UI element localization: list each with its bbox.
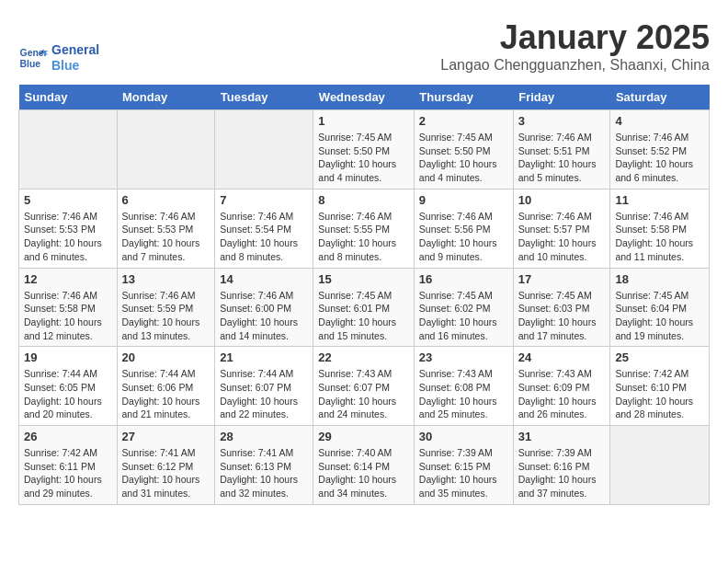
day-info: Sunrise: 7:46 AMSunset: 5:58 PMDaylight:… [615, 210, 704, 264]
day-info: Sunrise: 7:46 AMSunset: 6:00 PMDaylight:… [220, 289, 308, 343]
weekday-wednesday: Wednesday [313, 85, 415, 110]
calendar-cell: 18Sunrise: 7:45 AMSunset: 6:04 PMDayligh… [610, 268, 710, 347]
calendar-cell: 10Sunrise: 7:46 AMSunset: 5:57 PMDayligh… [513, 189, 610, 268]
calendar-cell: 19Sunrise: 7:44 AMSunset: 6:05 PMDayligh… [19, 347, 118, 426]
day-info: Sunrise: 7:46 AMSunset: 5:56 PMDaylight:… [419, 210, 508, 264]
calendar-cell: 21Sunrise: 7:44 AMSunset: 6:07 PMDayligh… [215, 347, 313, 426]
svg-text:Blue: Blue [20, 59, 41, 69]
day-number: 28 [220, 430, 308, 443]
day-number: 29 [318, 430, 409, 443]
calendar-cell [215, 110, 313, 190]
calendar-cell: 24Sunrise: 7:43 AMSunset: 6:09 PMDayligh… [513, 347, 610, 426]
calendar-cell [610, 426, 710, 505]
day-number: 16 [419, 272, 508, 286]
calendar-cell: 31Sunrise: 7:39 AMSunset: 6:16 PMDayligh… [513, 426, 610, 505]
day-number: 19 [24, 350, 112, 364]
calendar-cell: 29Sunrise: 7:40 AMSunset: 6:14 PMDayligh… [313, 426, 415, 505]
day-info: Sunrise: 7:46 AMSunset: 5:52 PMDaylight:… [615, 131, 704, 185]
logo-line1: General [51, 42, 99, 58]
calendar-cell: 13Sunrise: 7:46 AMSunset: 5:59 PMDayligh… [117, 268, 215, 347]
day-info: Sunrise: 7:44 AMSunset: 6:05 PMDaylight:… [24, 367, 112, 421]
day-info: Sunrise: 7:46 AMSunset: 5:58 PMDaylight:… [24, 289, 112, 343]
weekday-friday: Friday [513, 85, 610, 110]
day-info: Sunrise: 7:46 AMSunset: 5:51 PMDaylight:… [518, 131, 606, 185]
calendar-subtitle: Langao Chengguanzhen, Shaanxi, China [440, 57, 710, 74]
day-number: 9 [419, 193, 508, 207]
day-info: Sunrise: 7:43 AMSunset: 6:09 PMDaylight:… [518, 367, 606, 421]
calendar-cell: 11Sunrise: 7:46 AMSunset: 5:58 PMDayligh… [610, 189, 710, 268]
day-info: Sunrise: 7:45 AMSunset: 6:02 PMDaylight:… [419, 289, 508, 343]
day-number: 18 [615, 272, 704, 286]
day-number: 24 [518, 350, 606, 364]
calendar-cell: 17Sunrise: 7:45 AMSunset: 6:03 PMDayligh… [513, 268, 610, 347]
day-info: Sunrise: 7:46 AMSunset: 5:55 PMDaylight:… [318, 210, 409, 264]
calendar-cell: 1Sunrise: 7:45 AMSunset: 5:50 PMDaylight… [313, 110, 415, 190]
logo-line2: Blue [51, 58, 99, 74]
day-info: Sunrise: 7:42 AMSunset: 6:10 PMDaylight:… [615, 367, 704, 421]
day-number: 8 [318, 193, 409, 207]
weekday-tuesday: Tuesday [215, 85, 313, 110]
day-number: 13 [122, 272, 210, 286]
day-info: Sunrise: 7:43 AMSunset: 6:08 PMDaylight:… [419, 367, 508, 421]
day-info: Sunrise: 7:46 AMSunset: 5:53 PMDaylight:… [122, 210, 210, 264]
day-info: Sunrise: 7:40 AMSunset: 6:14 PMDaylight:… [318, 446, 409, 500]
day-number: 2 [419, 114, 508, 128]
calendar-cell: 27Sunrise: 7:41 AMSunset: 6:12 PMDayligh… [117, 426, 215, 505]
calendar-cell: 2Sunrise: 7:45 AMSunset: 5:50 PMDaylight… [414, 110, 513, 190]
day-info: Sunrise: 7:46 AMSunset: 5:53 PMDaylight:… [24, 210, 112, 264]
calendar-cell: 9Sunrise: 7:46 AMSunset: 5:56 PMDaylight… [414, 189, 513, 268]
day-number: 22 [318, 350, 409, 364]
weekday-sunday: Sunday [19, 85, 118, 110]
day-info: Sunrise: 7:45 AMSunset: 5:50 PMDaylight:… [318, 131, 409, 185]
calendar-cell [19, 110, 118, 190]
day-number: 20 [122, 350, 210, 364]
day-number: 5 [24, 193, 112, 207]
day-info: Sunrise: 7:41 AMSunset: 6:13 PMDaylight:… [220, 446, 308, 500]
day-number: 26 [24, 430, 112, 443]
day-number: 1 [318, 114, 409, 128]
day-info: Sunrise: 7:43 AMSunset: 6:07 PMDaylight:… [318, 367, 409, 421]
day-info: Sunrise: 7:39 AMSunset: 6:15 PMDaylight:… [419, 446, 508, 500]
day-number: 4 [615, 114, 704, 128]
day-number: 6 [122, 193, 210, 207]
day-number: 27 [122, 430, 210, 443]
calendar-cell: 22Sunrise: 7:43 AMSunset: 6:07 PMDayligh… [313, 347, 415, 426]
day-number: 25 [615, 350, 704, 364]
calendar-cell: 20Sunrise: 7:44 AMSunset: 6:06 PMDayligh… [117, 347, 215, 426]
weekday-saturday: Saturday [610, 85, 710, 110]
calendar-week-4: 19Sunrise: 7:44 AMSunset: 6:05 PMDayligh… [19, 347, 710, 426]
calendar-cell: 7Sunrise: 7:46 AMSunset: 5:54 PMDaylight… [215, 189, 313, 268]
calendar-title: January 2025 [440, 18, 710, 57]
day-number: 21 [220, 350, 308, 364]
day-number: 15 [318, 272, 409, 286]
day-number: 31 [518, 430, 606, 443]
day-number: 30 [419, 430, 508, 443]
weekday-monday: Monday [117, 85, 215, 110]
day-info: Sunrise: 7:46 AMSunset: 5:59 PMDaylight:… [122, 289, 210, 343]
calendar-cell: 26Sunrise: 7:42 AMSunset: 6:11 PMDayligh… [19, 426, 118, 505]
calendar-cell: 6Sunrise: 7:46 AMSunset: 5:53 PMDaylight… [117, 189, 215, 268]
calendar-cell [117, 110, 215, 190]
day-info: Sunrise: 7:42 AMSunset: 6:11 PMDaylight:… [24, 446, 112, 500]
day-info: Sunrise: 7:44 AMSunset: 6:06 PMDaylight:… [122, 367, 210, 421]
day-info: Sunrise: 7:45 AMSunset: 6:01 PMDaylight:… [318, 289, 409, 343]
calendar-cell: 30Sunrise: 7:39 AMSunset: 6:15 PMDayligh… [414, 426, 513, 505]
day-number: 3 [518, 114, 606, 128]
calendar-cell: 14Sunrise: 7:46 AMSunset: 6:00 PMDayligh… [215, 268, 313, 347]
calendar-cell: 5Sunrise: 7:46 AMSunset: 5:53 PMDaylight… [19, 189, 118, 268]
day-info: Sunrise: 7:41 AMSunset: 6:12 PMDaylight:… [122, 446, 210, 500]
general-blue-logo: General Blue [18, 43, 48, 73]
day-number: 23 [419, 350, 508, 364]
calendar-cell: 4Sunrise: 7:46 AMSunset: 5:52 PMDaylight… [610, 110, 710, 190]
day-info: Sunrise: 7:44 AMSunset: 6:07 PMDaylight:… [220, 367, 308, 421]
day-info: Sunrise: 7:39 AMSunset: 6:16 PMDaylight:… [518, 446, 606, 500]
calendar-cell: 15Sunrise: 7:45 AMSunset: 6:01 PMDayligh… [313, 268, 415, 347]
calendar-cell: 23Sunrise: 7:43 AMSunset: 6:08 PMDayligh… [414, 347, 513, 426]
calendar-week-1: 1Sunrise: 7:45 AMSunset: 5:50 PMDaylight… [19, 110, 710, 190]
day-number: 17 [518, 272, 606, 286]
day-info: Sunrise: 7:46 AMSunset: 5:57 PMDaylight:… [518, 210, 606, 264]
day-number: 12 [24, 272, 112, 286]
calendar-week-3: 12Sunrise: 7:46 AMSunset: 5:58 PMDayligh… [19, 268, 710, 347]
calendar-body: 1Sunrise: 7:45 AMSunset: 5:50 PMDaylight… [19, 110, 710, 505]
calendar-cell: 25Sunrise: 7:42 AMSunset: 6:10 PMDayligh… [610, 347, 710, 426]
